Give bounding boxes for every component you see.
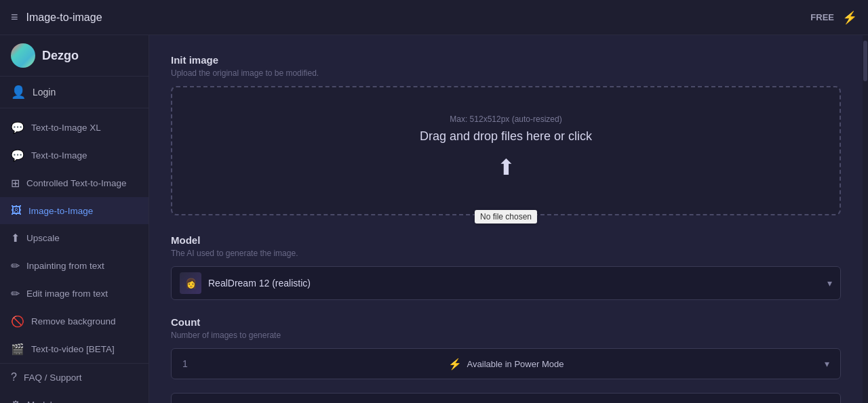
user-icon: 👤 — [11, 85, 26, 100]
sidebar-item-image-to-image[interactable]: 🖼 Image-to-Image — [0, 197, 149, 224]
logo-circle — [11, 43, 35, 68]
model-chevron-icon: ▾ — [827, 278, 832, 289]
power-mode-text: Available in Power Mode — [467, 359, 564, 369]
sidebar-item-label: Edit image from text — [26, 289, 108, 299]
power-mode-lightning-icon: ⚡ — [448, 358, 462, 370]
sidebar-item-text-to-image-xl[interactable]: 💬 Text-to-Image XL — [0, 114, 149, 142]
model-desc: The AI used to generate the image. — [171, 249, 841, 258]
sidebar-item-label: Text-to-Image XL — [31, 123, 101, 133]
upscale-icon: ⬆ — [11, 232, 20, 245]
topbar: ≡ Image-to-image FREE ⚡ — [0, 0, 868, 35]
model-selected-label: RealDream 12 (realistic) — [208, 278, 311, 289]
models-icon: ⚙ — [11, 398, 20, 403]
topbar-right: FREE ⚡ — [810, 10, 857, 25]
sidebar-item-models[interactable]: ⚙ Models ▾ — [0, 391, 149, 403]
edit-image-icon: ✏ — [11, 287, 20, 300]
model-section: Model The AI used to generate the image.… — [171, 234, 841, 300]
sidebar-item-label: Image-to-Image — [28, 206, 93, 216]
image-dropzone[interactable]: Max: 512x512px (auto-resized) Drag and d… — [171, 86, 841, 215]
init-image-desc: Upload the original image to be modified… — [171, 68, 841, 78]
text-to-video-icon: 🎬 — [11, 343, 24, 356]
page-title: Image-to-image — [26, 12, 102, 24]
sidebar-item-text-to-video[interactable]: 🎬 Text-to-video [BETA] — [0, 335, 149, 363]
sidebar-item-remove-background[interactable]: 🚫 Remove background — [0, 307, 149, 335]
inpainting-icon: ✏ — [11, 259, 20, 272]
remove-bg-icon: 🚫 — [11, 315, 24, 328]
model-thumbnail: 👩 — [180, 272, 201, 294]
sidebar-item-label: Controlled Text-to-Image — [26, 178, 127, 188]
scrollbar-thumb[interactable] — [863, 41, 867, 81]
sidebar-logo: Dezgo — [0, 35, 149, 77]
sidebar-item-label: Text-to-Image — [31, 150, 87, 161]
menu-icon[interactable]: ≡ — [11, 10, 18, 24]
sidebar-item-label: Upscale — [26, 233, 60, 243]
model-select[interactable]: 👩 RealDream 12 (realistic) ▾ — [171, 266, 841, 300]
free-badge: FREE — [810, 12, 834, 22]
dropzone-main-text: Drag and drop files here or click — [186, 129, 826, 144]
upload-icon: ⬆ — [186, 154, 826, 180]
controlled-icon: ⊞ — [11, 177, 20, 190]
logo-text: Dezgo — [42, 49, 79, 63]
scrollbar-track[interactable] — [863, 35, 868, 403]
sidebar-item-label: Remove background — [31, 316, 116, 326]
init-image-label: Init image — [171, 54, 841, 66]
faq-icon: ? — [11, 371, 17, 383]
content-area: Init image Upload the original image to … — [149, 35, 863, 403]
model-label: Model — [171, 234, 841, 246]
faq-label: FAQ / Support — [24, 373, 82, 383]
more-options-button[interactable]: More options ⌄ — [171, 393, 841, 403]
count-box: 1 ▾ ⚡ Available in Power Mode — [171, 348, 841, 379]
sidebar-item-text-to-image[interactable]: 💬 Text-to-Image — [0, 142, 149, 169]
sidebar-item-label: Text-to-video [BETA] — [31, 344, 115, 354]
topbar-left: ≡ Image-to-image — [11, 10, 102, 24]
image-to-image-icon: 🖼 — [11, 205, 22, 217]
no-file-badge: No file chosen — [475, 210, 537, 224]
power-mode-overlay: ⚡ Available in Power Mode — [172, 349, 840, 379]
main-layout: Dezgo 👤 Login 💬 Text-to-Image XL 💬 Text-… — [0, 35, 868, 403]
text-to-image-icon: 💬 — [11, 149, 24, 162]
sidebar-item-controlled-text-to-image[interactable]: ⊞ Controlled Text-to-Image — [0, 169, 149, 197]
count-label: Count — [171, 316, 841, 328]
models-arrow-icon: ▾ — [134, 400, 138, 404]
dropzone-max-text: Max: 512x512px (auto-resized) — [186, 114, 826, 124]
model-select-left: 👩 RealDream 12 (realistic) — [180, 272, 311, 294]
count-section: Count Number of images to generate 1 ▾ ⚡… — [171, 316, 841, 379]
login-label: Login — [33, 87, 56, 98]
count-desc: Number of images to generate — [171, 331, 841, 340]
sidebar: Dezgo 👤 Login 💬 Text-to-Image XL 💬 Text-… — [0, 35, 149, 403]
sidebar-item-label: Inpainting from text — [26, 261, 104, 271]
sidebar-login[interactable]: 👤 Login — [0, 77, 149, 108]
init-image-section: Init image Upload the original image to … — [171, 54, 841, 215]
sidebar-item-upscale[interactable]: ⬆ Upscale — [0, 224, 149, 252]
sidebar-item-faq[interactable]: ? FAQ / Support — [0, 364, 149, 391]
sidebar-item-inpainting-from-text[interactable]: ✏ Inpainting from text — [0, 252, 149, 280]
lightning-icon[interactable]: ⚡ — [842, 10, 857, 25]
models-label: Models — [27, 400, 57, 403]
sidebar-bottom: ? FAQ / Support ⚙ Models ▾ — [0, 363, 149, 403]
text-to-image-xl-icon: 💬 — [11, 121, 24, 134]
sidebar-item-edit-image-from-text[interactable]: ✏ Edit image from text — [0, 280, 149, 307]
